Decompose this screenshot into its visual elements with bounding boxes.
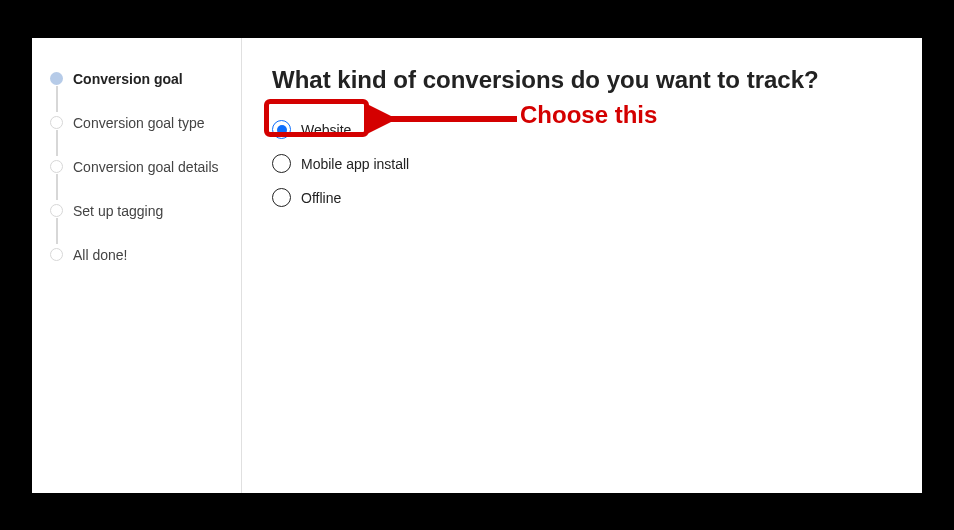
step-bullet-icon	[50, 116, 63, 129]
step-bullet-active-icon	[50, 72, 63, 85]
page-heading: What kind of conversions do you want to …	[272, 66, 892, 94]
step-connector	[56, 130, 58, 156]
radio-button-icon	[272, 154, 291, 173]
step-conversion-goal-details[interactable]: Conversion goal details	[50, 156, 241, 178]
radio-option-website[interactable]: Website	[272, 118, 892, 142]
radio-label: Offline	[301, 190, 341, 206]
step-conversion-goal[interactable]: Conversion goal	[50, 68, 241, 90]
step-connector	[56, 218, 58, 244]
step-bullet-icon	[50, 204, 63, 217]
step-conversion-goal-type[interactable]: Conversion goal type	[50, 112, 241, 134]
radio-option-mobile-app-install[interactable]: Mobile app install	[272, 152, 892, 176]
step-label: Conversion goal	[73, 71, 183, 87]
step-bullet-icon	[50, 248, 63, 261]
step-label: All done!	[73, 247, 127, 263]
setup-wizard-window: Conversion goal Conversion goal type Con…	[32, 38, 922, 493]
step-label: Conversion goal details	[73, 159, 219, 175]
step-connector	[56, 174, 58, 200]
step-label: Conversion goal type	[73, 115, 205, 131]
radio-label: Website	[301, 122, 351, 138]
step-connector	[56, 86, 58, 112]
step-bullet-icon	[50, 160, 63, 173]
step-all-done[interactable]: All done!	[50, 244, 241, 266]
step-set-up-tagging[interactable]: Set up tagging	[50, 200, 241, 222]
radio-option-offline[interactable]: Offline	[272, 186, 892, 210]
main-content: What kind of conversions do you want to …	[242, 38, 922, 493]
radio-button-selected-icon	[272, 120, 291, 139]
steps-sidebar: Conversion goal Conversion goal type Con…	[32, 38, 242, 493]
radio-label: Mobile app install	[301, 156, 409, 172]
step-label: Set up tagging	[73, 203, 163, 219]
radio-button-icon	[272, 188, 291, 207]
